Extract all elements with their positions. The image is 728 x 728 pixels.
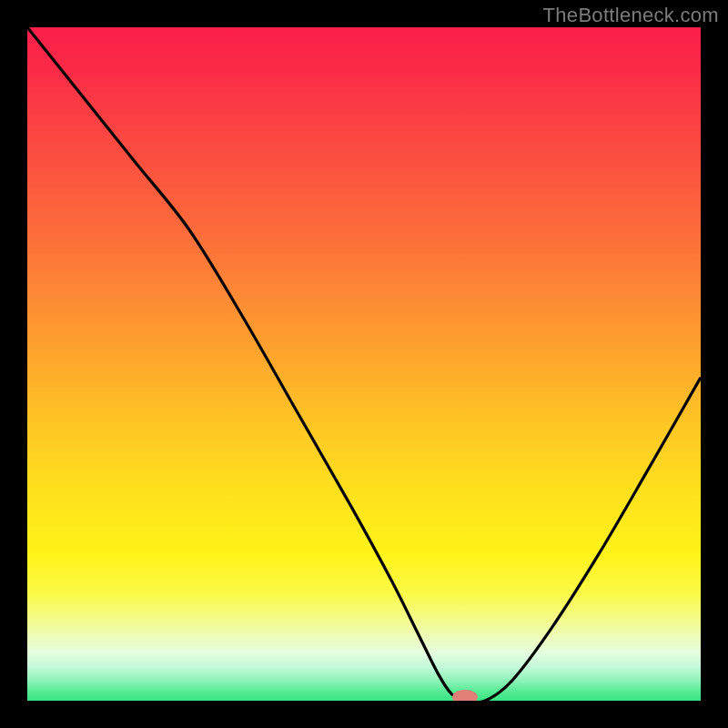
chart-frame: TheBottleneck.com xyxy=(0,0,728,728)
bottleneck-curve xyxy=(27,27,701,701)
plot-area xyxy=(27,27,701,701)
watermark-label: TheBottleneck.com xyxy=(543,4,719,27)
optimal-marker xyxy=(452,690,478,701)
curve-svg xyxy=(27,27,701,701)
